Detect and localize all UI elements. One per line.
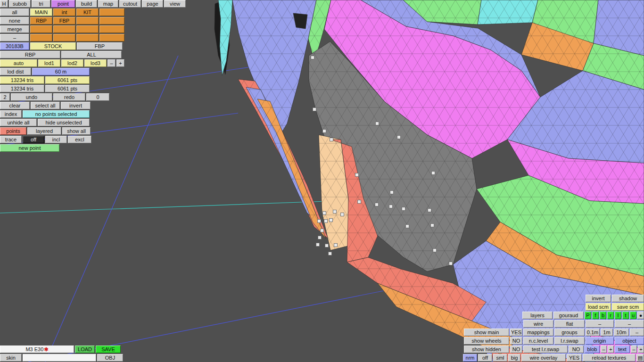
button-[interactable]: +: [608, 346, 614, 353]
button-undo[interactable]: undo: [11, 93, 52, 101]
left_panel-slot-1-3[interactable]: [76, 17, 99, 25]
button-yes[interactable]: YES: [510, 329, 522, 336]
left_panel-slot-1-4[interactable]: [99, 17, 124, 25]
button-incl[interactable]: incl: [45, 136, 67, 143]
vertex-handle[interactable]: [375, 203, 379, 206]
button-invert[interactable]: invert: [61, 102, 91, 109]
vertex-handle[interactable]: [431, 224, 434, 227]
button-invert[interactable]: invert: [586, 295, 611, 302]
vertex-handle[interactable]: [323, 130, 326, 133]
button-show-all[interactable]: show all: [62, 127, 91, 135]
button-test-l-r-swap[interactable]: test l.r.swap: [523, 346, 568, 353]
button-l[interactable]: l: [615, 312, 621, 319]
button-int[interactable]: int: [53, 8, 75, 16]
button-lod3[interactable]: lod3: [84, 59, 107, 67]
button-rbp[interactable]: RBP: [0, 51, 60, 58]
button-shadow[interactable]: shadow: [612, 295, 644, 302]
button-layered[interactable]: layered: [27, 127, 61, 135]
vertex-handle[interactable]: [334, 244, 338, 247]
button-merge[interactable]: merge: [0, 25, 29, 33]
vertex-handle[interactable]: [316, 243, 320, 247]
vertex-handle[interactable]: [330, 219, 333, 222]
button-show-hidden[interactable]: show hidden: [464, 346, 509, 353]
button-[interactable]: –: [631, 346, 637, 353]
button-object[interactable]: object: [615, 337, 644, 345]
button-reload-textures[interactable]: reload textures: [583, 354, 636, 362]
button-wire[interactable]: wire: [523, 320, 553, 328]
button-select-all[interactable]: select all: [31, 102, 60, 109]
button-1m[interactable]: 1m: [601, 329, 613, 336]
button-save-scm[interactable]: save scm: [612, 303, 644, 311]
button-yes[interactable]: YES: [567, 354, 582, 362]
button-no[interactable]: NO: [510, 346, 522, 353]
button-r[interactable]: r: [607, 312, 614, 319]
button-trace[interactable]: trace: [0, 136, 22, 143]
button-save[interactable]: SAVE: [96, 346, 121, 353]
button-l-r-swap[interactable]: l.r.swap: [554, 337, 585, 345]
button-fbp[interactable]: FBP: [77, 42, 123, 50]
vertex-handle[interactable]: [323, 212, 326, 215]
button-blob[interactable]: blob: [585, 346, 600, 353]
menu-item-h[interactable]: H: [0, 0, 8, 8]
button-off[interactable]: off: [23, 136, 44, 143]
button-[interactable]: –: [107, 59, 116, 67]
button-text[interactable]: text: [615, 346, 630, 353]
vertex-handle[interactable]: [341, 213, 344, 216]
menu-item-cutout[interactable]: cutout: [119, 0, 141, 8]
vertex-handle[interactable]: [402, 207, 405, 211]
button-kit[interactable]: KIT: [76, 8, 99, 16]
button-big[interactable]: big: [508, 354, 520, 362]
button-main[interactable]: MAIN: [30, 8, 52, 16]
vertex-handle[interactable]: [333, 210, 337, 214]
vertex-handle[interactable]: [432, 172, 435, 175]
vertex-handle[interactable]: [390, 191, 394, 194]
button-new-point[interactable]: new point: [0, 144, 59, 152]
button-rbp[interactable]: RBP: [30, 17, 52, 25]
button-no[interactable]: NO: [569, 346, 584, 353]
left_panel-slot-3-2[interactable]: [53, 34, 75, 41]
dot-toggle[interactable]: ●: [637, 312, 644, 319]
button-unhide-all[interactable]: unhide all: [0, 119, 37, 126]
button-stock[interactable]: STOCK: [30, 42, 76, 50]
button-[interactable]: –: [586, 320, 614, 328]
left_panel-slot-2-2[interactable]: [53, 25, 75, 33]
button-0-1m[interactable]: 0.1m: [586, 329, 600, 336]
button-b[interactable]: b: [600, 312, 606, 319]
button-obj[interactable]: OBJ: [97, 354, 123, 362]
vertex-handle[interactable]: [433, 249, 437, 252]
button-index[interactable]: index: [0, 110, 22, 118]
button-show-wheels[interactable]: show wheels: [464, 337, 509, 345]
left_panel-slot-3-4[interactable]: [99, 34, 124, 41]
button-hide-unselected[interactable]: hide unselected: [38, 119, 90, 126]
vertex-handle[interactable]: [324, 220, 328, 223]
button-wire-overlay[interactable]: wire overlay: [521, 354, 566, 362]
vertex-handle[interactable]: [428, 209, 431, 212]
button-points[interactable]: points: [0, 127, 26, 135]
button-[interactable]: –: [601, 346, 607, 353]
button-groups[interactable]: groups: [554, 329, 585, 336]
button-lod-dist[interactable]: lod dist: [0, 68, 31, 75]
button-[interactable]: –: [0, 34, 29, 41]
button-lod1[interactable]: lod1: [38, 59, 60, 67]
button-clear[interactable]: clear: [0, 102, 30, 109]
button-[interactable]: +: [638, 346, 644, 353]
button-sml[interactable]: sml: [493, 354, 507, 362]
button-skin[interactable]: skin: [0, 354, 22, 362]
button-60-m[interactable]: 60 m: [32, 68, 90, 75]
button-n-c-level[interactable]: n.c.level: [523, 337, 553, 345]
button-auto[interactable]: auto: [0, 59, 37, 67]
menu-item-view[interactable]: view: [164, 0, 186, 8]
button-mappings[interactable]: mappings: [523, 329, 553, 336]
vertex-handle[interactable]: [397, 136, 401, 139]
vertex-handle[interactable]: [355, 173, 359, 177]
menu-item-point[interactable]: point: [51, 0, 75, 8]
button-fbp[interactable]: FBP: [53, 17, 75, 25]
left_panel-slot-3-3[interactable]: [76, 34, 99, 41]
button-u[interactable]: u: [630, 312, 636, 319]
vertex-handle[interactable]: [406, 225, 409, 228]
button-gouraud[interactable]: gouraud: [553, 312, 584, 319]
button-excl[interactable]: excl: [68, 136, 91, 143]
vertex-handle[interactable]: [318, 220, 321, 223]
vertex-handle[interactable]: [389, 205, 393, 208]
button-nrm[interactable]: nrm: [463, 354, 477, 362]
